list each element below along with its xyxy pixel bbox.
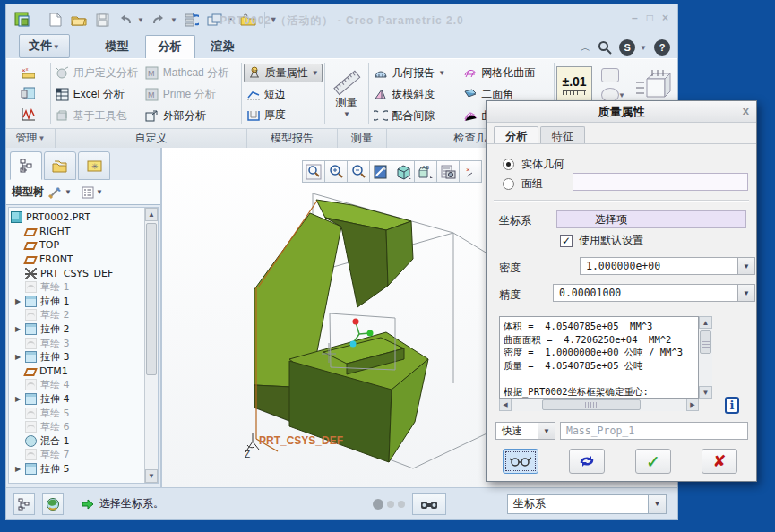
tree-item[interactable]: 混合 1 <box>11 434 144 449</box>
tab-render[interactable]: 渲染 <box>199 36 247 58</box>
results-scroll-left-icon[interactable]: ◀ <box>499 399 512 411</box>
tree-item[interactable]: PRT_CSYS_DEF <box>11 266 144 280</box>
dialog-tab-feature[interactable]: 特征 <box>540 126 585 143</box>
use-default-checkbox[interactable]: ✓ 使用默认设置 <box>560 233 643 248</box>
analysis-name-input[interactable]: Mass_Prop_1 <box>560 422 748 440</box>
expand-icon[interactable] <box>11 325 25 333</box>
density-dropdown-icon[interactable]: ▼ <box>738 257 755 275</box>
simulate-box-icon[interactable] <box>634 68 676 104</box>
tree-tools-dropdown-icon[interactable]: ▼ <box>65 188 72 196</box>
toggle-navigator-button[interactable] <box>13 493 35 515</box>
toggle-browser-button[interactable] <box>42 493 64 515</box>
resource-dropdown-icon[interactable]: ▼ <box>640 44 647 52</box>
radio-icon[interactable] <box>503 178 514 190</box>
dialog-tab-analysis[interactable]: 分析 <box>494 126 538 143</box>
tab-analysis[interactable]: 分析 <box>145 35 195 58</box>
expand-icon[interactable] <box>11 465 25 473</box>
results-hscrollbar[interactable]: ◀ ▶ <box>499 399 699 411</box>
folder-browser-tab[interactable] <box>44 151 76 180</box>
collapse-ribbon-icon[interactable]: ︿ <box>581 41 590 55</box>
thickness-button[interactable]: 厚度 <box>244 107 323 124</box>
model-tree-tab[interactable] <box>10 151 42 180</box>
accuracy-dropdown-icon[interactable]: ▼ <box>738 284 755 302</box>
dialog-title-bar[interactable]: 质量属性 x <box>487 101 756 123</box>
excel-analysis-button[interactable]: Excel 分析 <box>53 86 142 103</box>
density-value[interactable]: 1.000000e+00 <box>580 257 738 275</box>
tree-item[interactable]: PRT0002.PRT <box>11 210 144 225</box>
tree-item[interactable]: 草绘 7 <box>11 448 144 462</box>
results-scroll-right-icon[interactable]: ▶ <box>686 399 699 411</box>
minimize-button[interactable]: – <box>632 12 638 24</box>
user-defined-analysis-button[interactable]: 用户定义分析 <box>53 64 142 82</box>
tree-scrollbar[interactable]: ▲ ▼ <box>144 208 158 483</box>
csys-collector-input[interactable]: 选择项 <box>556 210 746 228</box>
tree-item[interactable]: 草绘 6 <box>11 420 144 434</box>
help-icon[interactable]: ? <box>654 39 670 56</box>
open-file-button[interactable] <box>70 11 88 29</box>
quilt-radio[interactable]: 面组 <box>503 176 543 192</box>
tree-item[interactable]: FRONT <box>11 253 144 267</box>
toolkit-based-button[interactable]: 基于工具包 <box>53 107 142 124</box>
radio-selected-icon[interactable] <box>503 159 514 170</box>
resource-center-icon[interactable]: S <box>619 39 635 56</box>
scroll-down-icon[interactable]: ▼ <box>145 469 158 483</box>
tree-tools-icon[interactable] <box>48 186 63 199</box>
close-button[interactable]: × <box>662 12 668 24</box>
section-manage[interactable]: 管理▼ <box>6 129 56 148</box>
tree-item[interactable]: 草绘 4 <box>11 378 144 392</box>
repeat-button[interactable] <box>569 449 605 474</box>
fit-clearance-button[interactable]: 配合间隙 <box>371 107 461 124</box>
tree-item[interactable]: 拉伸 1 <box>11 295 144 309</box>
tree-item[interactable]: RIGHT <box>11 225 144 239</box>
info-icon[interactable]: i <box>725 397 739 414</box>
measure-button[interactable]: 测量 ▼ <box>332 68 362 120</box>
quilt-collector-input[interactable] <box>573 173 748 191</box>
expand-icon[interactable] <box>11 353 25 361</box>
mathcad-analysis-button[interactable]: MMathcad 分析 <box>142 64 239 82</box>
tab-file[interactable]: 文件 ▼ <box>19 34 70 58</box>
checkbox-checked-icon[interactable]: ✓ <box>560 235 573 247</box>
cancel-button[interactable]: ✘ <box>702 449 737 474</box>
find-button[interactable] <box>412 493 446 515</box>
mass-properties-button[interactable]: kg质量属性▼ <box>244 64 323 82</box>
analysis-graph-icon[interactable] <box>21 107 35 122</box>
tree-item[interactable]: 草绘 3 <box>11 336 144 350</box>
tree-item[interactable]: 拉伸 2 <box>11 322 144 337</box>
accuracy-value[interactable]: 0.00001000 <box>553 284 738 302</box>
expand-icon[interactable] <box>11 297 25 305</box>
tab-model[interactable]: 模型 <box>93 36 142 58</box>
scroll-up-icon[interactable]: ▲ <box>145 208 158 221</box>
mode-dropdown-icon[interactable]: ▼ <box>538 422 555 440</box>
tree-item[interactable]: 草绘 5 <box>11 406 144 420</box>
short-edge-button[interactable]: 短边 <box>244 86 323 103</box>
results-scroll-up-icon[interactable]: ▲ <box>699 316 712 329</box>
dialog-close-icon[interactable]: x <box>743 104 749 117</box>
expand-icon[interactable] <box>11 395 25 403</box>
results-scroll-down-icon[interactable]: ▼ <box>699 386 712 399</box>
mode-value[interactable]: 快速 <box>495 422 538 440</box>
analysis-manage-icon[interactable]: ×ˣ <box>21 65 35 80</box>
external-analysis-button[interactable]: 外部分析 <box>142 107 239 124</box>
draft-angle-button[interactable]: 拔模斜度 <box>371 86 461 103</box>
prime-analysis-button[interactable]: MPrime 分析 <box>142 86 239 103</box>
tree-settings-icon[interactable] <box>82 186 94 199</box>
favorites-tab[interactable]: ✳ <box>78 151 110 180</box>
geometry-report-button[interactable]: 几何报告▼ <box>371 64 461 82</box>
ok-button[interactable]: ✓ <box>635 449 671 474</box>
saved-analysis-icon[interactable] <box>21 86 35 100</box>
filter-dropdown-icon[interactable]: ▼ <box>649 494 667 514</box>
tolerance-analysis-button[interactable]: ±.01 <box>556 66 592 102</box>
new-file-button[interactable] <box>47 11 65 29</box>
tree-item[interactable]: 拉伸 3 <box>11 350 144 365</box>
tree-settings-dropdown-icon[interactable]: ▼ <box>96 188 103 196</box>
tree-item[interactable]: 拉伸 5 <box>11 462 144 476</box>
filter-value[interactable]: 坐标系 <box>507 494 649 514</box>
solid-geometry-radio[interactable]: 实体几何 <box>503 157 564 172</box>
results-vscrollbar[interactable]: ▲ ▼ <box>699 316 712 399</box>
maximize-button[interactable]: □ <box>647 12 653 24</box>
preview-button[interactable] <box>503 449 538 474</box>
tree-item[interactable]: 草绘 1 <box>11 280 144 295</box>
search-icon[interactable] <box>598 40 612 55</box>
ui-region-icon[interactable] <box>601 68 619 82</box>
tree-item[interactable]: DTM1 <box>11 365 144 379</box>
